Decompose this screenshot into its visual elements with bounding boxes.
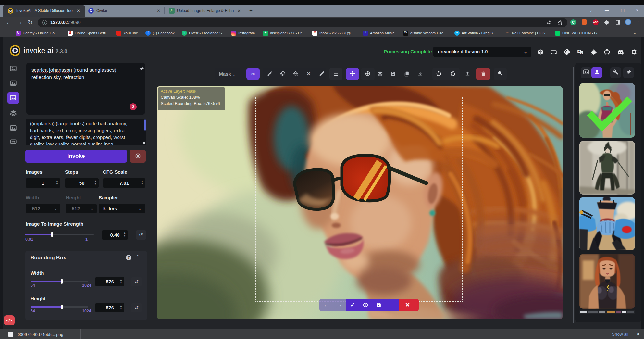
- svg-text:?: ?: [581, 51, 582, 54]
